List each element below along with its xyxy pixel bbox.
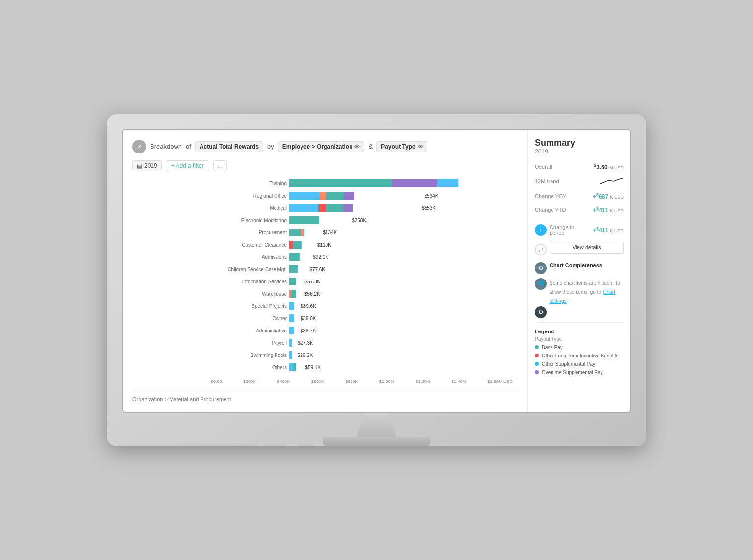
bar-value-label: $26.2K bbox=[298, 351, 313, 360]
trend-label: 12M trend bbox=[535, 178, 559, 184]
sidebar: Summary 2019 Overall $3.60 M USD 12M tre… bbox=[527, 130, 630, 412]
bar-value-label: $57.3K bbox=[305, 277, 321, 287]
legend-item-label: Other Supplemental Pay bbox=[542, 361, 595, 367]
add-filter-label: + Add a filter bbox=[171, 162, 204, 169]
settings2-icon[interactable]: ⚙ bbox=[535, 306, 547, 318]
bar-label: Owner bbox=[211, 314, 287, 324]
bar-segment bbox=[289, 351, 292, 359]
bar-segment bbox=[289, 339, 292, 347]
bar-track bbox=[289, 229, 474, 236]
yoy-value: +$687 K USD bbox=[593, 192, 624, 200]
bar-value-label: $39.0K bbox=[301, 314, 316, 324]
bar-value-label: $27.3K bbox=[298, 338, 313, 348]
x-axis-label: $1.00M bbox=[379, 379, 394, 384]
by-label: by bbox=[267, 143, 274, 150]
bar-row[interactable]: Information Services$57.3K bbox=[211, 277, 513, 287]
x-axis-label: $200K bbox=[243, 379, 256, 384]
bar-row[interactable]: Procurement$134K bbox=[211, 228, 513, 238]
bar-label: Procurement bbox=[211, 228, 287, 238]
bar-row[interactable]: Others$59.1K bbox=[211, 363, 513, 373]
bar-label: Children Service-Care Mgt. bbox=[211, 265, 287, 275]
bar-segment bbox=[304, 229, 304, 236]
trend-chart bbox=[599, 177, 624, 186]
dimension2-filter[interactable]: Payout Type 👁 bbox=[376, 141, 427, 152]
metric-trend: 12M trend bbox=[535, 177, 624, 186]
bar-row[interactable]: Administrative$38.7K bbox=[211, 326, 513, 336]
bar-segment bbox=[289, 253, 299, 261]
x-axis: $0.00$200K$400K$600K$800K$1.00M$1.20M$1.… bbox=[132, 377, 518, 384]
bar-segment bbox=[318, 204, 326, 212]
legend-dot bbox=[535, 354, 539, 357]
bar-value-label: $77.6K bbox=[309, 265, 325, 275]
view-details-button[interactable]: View details bbox=[550, 241, 624, 254]
bar-value-label: $56.2K bbox=[304, 289, 320, 299]
bar-segment bbox=[289, 302, 294, 310]
bar-segment bbox=[289, 204, 318, 212]
breakdown-label: Breakdown bbox=[150, 143, 182, 150]
legend-title: Legend bbox=[535, 329, 624, 334]
x-axis-label: $0.00 bbox=[211, 379, 222, 384]
dimension2-label: Payout Type bbox=[381, 143, 415, 150]
chart-container: Training$1.47MRegional Office$564KMedica… bbox=[132, 179, 518, 384]
legend-item-label: Overtime Supplemental Pay bbox=[542, 370, 603, 375]
dimension1-filter[interactable]: Employee > Organization 👁 bbox=[278, 141, 365, 152]
bar-label: Customer Clearance bbox=[211, 240, 287, 250]
bar-track bbox=[289, 179, 474, 187]
exchange-icon[interactable]: ⇄ bbox=[535, 244, 547, 255]
eye-icon-2: 👁 bbox=[418, 144, 423, 150]
bar-row[interactable]: Owner$39.0K bbox=[211, 314, 513, 324]
bar-segment bbox=[291, 290, 296, 298]
bar-track bbox=[289, 192, 474, 200]
bar-segment bbox=[392, 179, 437, 187]
x-axis-label: $800K bbox=[345, 379, 358, 384]
globe-icon[interactable]: 🌐 bbox=[535, 278, 547, 290]
bar-value-label: $258K bbox=[352, 216, 366, 226]
year-filter-tag[interactable]: ▤ 2019 bbox=[132, 160, 162, 171]
bar-segment bbox=[289, 278, 296, 285]
bar-row[interactable]: Regional Office$564K bbox=[211, 191, 513, 201]
bar-row[interactable]: Payroll$27.3K bbox=[211, 338, 513, 348]
bar-segment bbox=[289, 265, 297, 273]
bar-value-label: $110K bbox=[317, 240, 331, 250]
bar-value-label: $59.1K bbox=[305, 363, 321, 373]
overall-value: $3.60 M USD bbox=[594, 163, 624, 171]
metric-ytd: Change YTD +$411 K USD bbox=[535, 206, 624, 214]
bar-row[interactable]: Electronic Monitoring$258K bbox=[211, 216, 513, 226]
metric-filter[interactable]: Actual Total Rewards bbox=[195, 141, 263, 152]
completeness-title: Chart Completeness bbox=[550, 262, 602, 268]
bar-segment bbox=[289, 192, 320, 200]
bar-row[interactable]: Customer Clearance$110K bbox=[211, 240, 513, 250]
bar-segment bbox=[293, 241, 301, 249]
bar-segment bbox=[326, 204, 343, 212]
bar-row[interactable]: Warehouse$56.2K bbox=[211, 289, 513, 299]
bar-row[interactable]: Admissions$92.0K bbox=[211, 253, 513, 262]
bar-value-label: $38.7K bbox=[301, 326, 316, 336]
legend-item-label: Other Long Term Incentive Benefits bbox=[542, 353, 619, 358]
bar-row[interactable]: Children Service-Care Mgt.$77.6K bbox=[211, 265, 513, 275]
info-icon: i bbox=[535, 224, 547, 236]
bar-segment bbox=[289, 327, 294, 334]
bar-segment bbox=[293, 363, 296, 371]
metric-overall: Overall $3.60 M USD bbox=[535, 163, 624, 171]
bar-track bbox=[289, 216, 474, 224]
gear-icon[interactable]: ⚙ bbox=[535, 262, 547, 274]
legend-dot bbox=[535, 362, 539, 366]
legend-item: Overtime Supplemental Pay bbox=[535, 370, 624, 375]
close-button[interactable]: × bbox=[132, 140, 146, 153]
bar-value-label: $564K bbox=[424, 191, 438, 201]
bar-label: Electronic Monitoring bbox=[211, 216, 287, 226]
period-value: +$411 K USD bbox=[593, 226, 624, 234]
add-filter-button[interactable]: + Add a filter bbox=[166, 160, 209, 171]
bar-row[interactable]: Medical$553K bbox=[211, 204, 513, 213]
bar-label: Information Services bbox=[211, 277, 287, 287]
bar-segment bbox=[289, 363, 293, 371]
summary-title: Summary bbox=[535, 138, 624, 148]
of-label: of bbox=[186, 143, 191, 150]
period-label: Change in period bbox=[550, 224, 590, 236]
bar-row[interactable]: Swimming Pools$26.2K bbox=[211, 351, 513, 360]
legend-dot bbox=[535, 345, 539, 349]
bar-row[interactable]: Training$1.47M bbox=[211, 179, 513, 189]
bar-row[interactable]: Special Projects$39.6K bbox=[211, 302, 513, 311]
more-options-button[interactable]: ... bbox=[213, 160, 227, 171]
metric-yoy: Change YOY +$687 K USD bbox=[535, 192, 624, 200]
